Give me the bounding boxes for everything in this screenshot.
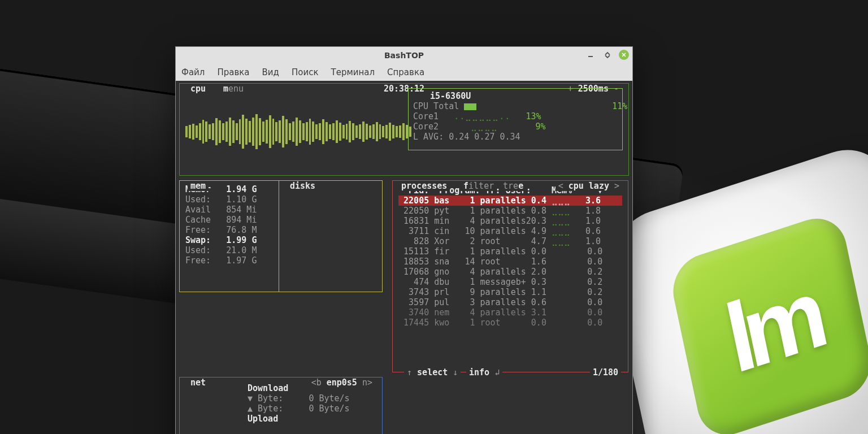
process-row[interactable]: 22050 pyt 1 parallels 0.8 ⣀⣀⣀ 1.8 [398, 206, 622, 216]
process-row[interactable]: 3711 cin 10 parallels 4.9 ⣀⣀⣀ 0.6 [398, 226, 622, 236]
processes-panel: processes filter tree < cpu lazy > Pid: … [392, 180, 628, 372]
mint-logo: lm [667, 210, 868, 434]
cpu-panel: cpu mmenuenu 20:38:12 + 2500ms - i5-6360… [179, 83, 629, 176]
cpu-total-label: CPU Total [413, 101, 459, 111]
mem-row: Free: 1.97 G [185, 255, 376, 266]
titlebar[interactable]: BashTOP [176, 47, 632, 64]
proc-sort-control[interactable]: < cpu lazy > [555, 181, 622, 191]
process-row[interactable]: 3597 pul 3 parallels 0.6 0.0 [398, 297, 622, 307]
mem-row: Cache 894 Mi [185, 215, 376, 225]
lavg-values: 0.24 0.27 0.34 [449, 132, 520, 142]
memory-panel: mem disks Memor 1.94 GUsed: 1.10 GAvail … [179, 180, 383, 292]
maximize-button[interactable] [602, 49, 613, 60]
process-row[interactable]: 18853 sna 14 root 1.6 0.0 [398, 257, 622, 267]
process-row[interactable]: 22005 bas 1 parallels 0.4 ⣀⣀⣀ 3.6 [398, 196, 622, 206]
window-title: BashTOP [384, 51, 424, 60]
process-row[interactable]: 474 dbu 1 messageb+ 0.3 0.2 [398, 277, 622, 287]
mem-row: Free: 76.8 M [185, 225, 376, 235]
cpu-box-label: cpu [188, 84, 209, 94]
core1-label: Core1 [413, 111, 439, 121]
process-row[interactable]: 16831 min 4 parallels20.3 ⣀⣀⣀ 1.0 [398, 216, 622, 226]
core2-pct: 9% [536, 121, 546, 132]
core2-label: Core2 [413, 121, 439, 132]
memory-rows: Memor 1.94 GUsed: 1.10 GAvail 854 MiCach… [180, 181, 382, 269]
minimize-button[interactable] [585, 49, 596, 60]
menu-edit[interactable]: Правка [217, 67, 249, 77]
mem-box-label: mem [188, 181, 209, 191]
proc-filter-button[interactable]: filter [461, 181, 497, 191]
cpu-total-pct: 11% [612, 101, 627, 111]
cpu-stats-box: i5-6360U CPU Total 11% Core1 ..⣀⣀⣀⣀⣀.. 1… [408, 88, 623, 150]
mem-row: Swap: 1.99 G [185, 235, 376, 245]
menu-terminal[interactable]: Терминал [331, 67, 375, 77]
process-row[interactable]: 3740 nem 4 parallels 3.1 0.0 [398, 307, 622, 318]
proc-select-control[interactable]: ↑ select ↓ [404, 367, 461, 377]
menu-help[interactable]: Справка [387, 67, 424, 77]
cpu-usage-graph [185, 111, 411, 153]
net-box-label: net [188, 377, 209, 388]
mem-row: Avail 854 Mi [185, 205, 376, 215]
menu-search[interactable]: Поиск [292, 67, 319, 77]
net-iface-selector[interactable]: <b enp0s5 n> [309, 377, 375, 388]
mem-row: Used: 1.10 G [185, 194, 376, 205]
proc-info-button[interactable]: info ↲ [466, 367, 502, 377]
process-row[interactable]: 828 Xor 2 root 4.7 ⣀⣀⣀ 1.0 [398, 236, 622, 246]
close-button[interactable] [619, 50, 629, 60]
menu-view[interactable]: Вид [262, 67, 279, 77]
proc-position: 1/180 [590, 367, 621, 377]
lavg-label: L AVG: [413, 132, 444, 142]
upload-byte-row: ▲ Byte: 0 Byte/s [248, 403, 376, 414]
proc-box-label: processes [398, 181, 450, 191]
process-row[interactable]: 15113 fir 1 parallels 0.0 0.0 [398, 246, 622, 257]
mem-row: Memor 1.94 G [185, 184, 376, 194]
proc-tree-button[interactable]: tree [500, 181, 526, 191]
disks-box-label: disks [287, 181, 318, 191]
process-row[interactable]: 17445 kwo 1 root 0.0 0.0 [398, 318, 622, 328]
cpu-menu-button[interactable]: mmenuenu [220, 84, 246, 94]
terminal-window: BashTOP Файл Правка Вид Поиск Терминал С… [175, 46, 633, 434]
menubar: Файл Правка Вид Поиск Терминал Справка [176, 64, 632, 81]
upload-label: Upload [248, 414, 376, 424]
network-panel: net <b enp0s5 n> Download ▼ Byte: 0 Byte… [179, 377, 383, 434]
terminal-body[interactable]: cpu mmenuenu 20:38:12 + 2500ms - i5-6360… [176, 81, 632, 434]
core1-pct: 13% [526, 111, 541, 121]
menu-file[interactable]: Файл [181, 67, 205, 77]
process-row[interactable]: 17068 gno 4 parallels 2.0 0.2 [398, 267, 622, 277]
download-byte-row: ▼ Byte: 0 Byte/s [248, 393, 376, 403]
cpu-total-bar [464, 103, 476, 110]
process-row[interactable]: 3743 prl 9 parallels 1.1 0.2 [398, 287, 622, 297]
mem-row: Used: 21.0 M [185, 245, 376, 255]
cpu-model: i5-6360U [413, 91, 471, 101]
